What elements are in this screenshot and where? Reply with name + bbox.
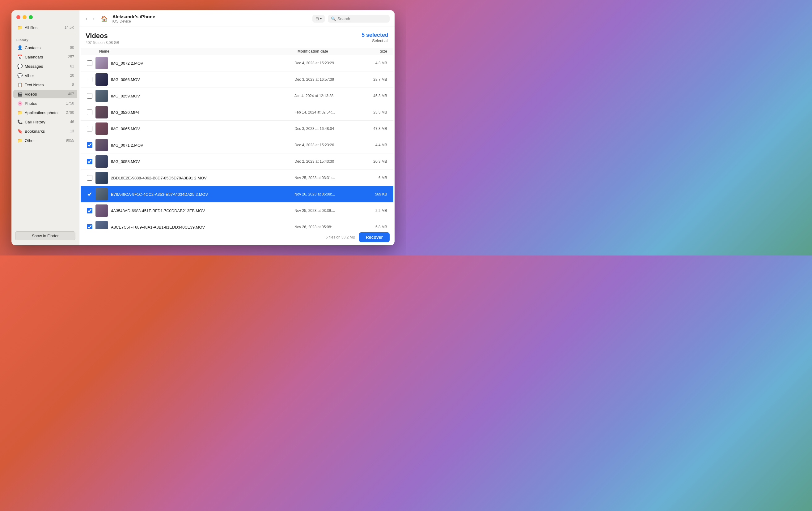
device-info: Aleksandr's iPhone iOS Device bbox=[113, 14, 309, 24]
app-window: 📁 All files 14,5K Library 👤 Contacts 80 … bbox=[11, 10, 395, 245]
row-date: Feb 14, 2024 at 02:54:... bbox=[294, 110, 356, 114]
page-subtitle: 407 files on 3,08 GB bbox=[86, 41, 119, 45]
table-row[interactable]: IMG_0259.MOV Jan 4, 2024 at 12:13:28 45,… bbox=[81, 88, 393, 104]
close-button[interactable] bbox=[17, 15, 20, 19]
row-checkbox[interactable] bbox=[87, 224, 92, 229]
main-content: ‹ › 🏠 Aleksandr's iPhone iOS Device ⊞ ▾ … bbox=[79, 10, 395, 245]
table-header: Name Modification date Size bbox=[81, 48, 393, 55]
row-size: 569 KB bbox=[359, 192, 387, 196]
row-checkbox[interactable] bbox=[87, 208, 92, 213]
traffic-lights bbox=[11, 10, 79, 23]
row-checkbox[interactable] bbox=[87, 93, 92, 99]
sidebar-label-viber: Viber bbox=[25, 73, 66, 78]
thumbnail bbox=[95, 139, 108, 151]
row-checkbox[interactable] bbox=[87, 109, 92, 115]
sidebar-item-bookmarks[interactable]: 🔖 Bookmarks 13 bbox=[13, 127, 77, 135]
table-row[interactable]: IMG_0065.MOV Dec 3, 2023 at 16:48:04 47,… bbox=[81, 120, 393, 137]
sidebar-item-messages[interactable]: 💬 Messages 61 bbox=[13, 62, 77, 71]
sidebar-count-applications-photo: 2780 bbox=[66, 110, 74, 115]
sidebar-item-all-files[interactable]: 📁 All files 14,5K bbox=[13, 23, 77, 32]
sidebar-item-applications-photo[interactable]: 📁 Applications photo 2780 bbox=[13, 108, 77, 117]
sidebar-item-text-notes[interactable]: 📋 Text Notes 8 bbox=[13, 80, 77, 89]
sidebar-count-messages: 61 bbox=[68, 64, 74, 69]
row-filename: IMG_0071 2.MOV bbox=[111, 143, 291, 147]
sidebar-count-viber: 20 bbox=[68, 73, 74, 78]
table-row[interactable]: IMG_0071 2.MOV Dec 4, 2023 at 15:23:26 4… bbox=[81, 137, 393, 154]
sidebar-item-viber[interactable]: 💬 Viber 20 bbox=[13, 71, 77, 80]
table-row[interactable]: IMG_0058.MOV Dec 2, 2023 at 15:43:30 20,… bbox=[81, 154, 393, 170]
other-icon: 📁 bbox=[17, 138, 23, 143]
content-title-block: Videos 407 files on 3,08 GB bbox=[86, 32, 119, 45]
minimize-button[interactable] bbox=[23, 15, 27, 19]
sidebar-item-other[interactable]: 📁 Other 9055 bbox=[13, 136, 77, 145]
files-summary: 5 files on 33,2 MB bbox=[326, 235, 355, 239]
row-filename: IMG_0066.MOV bbox=[111, 77, 291, 82]
text-notes-icon: 📋 bbox=[17, 82, 23, 87]
row-filename: IMG_0520.MP4 bbox=[111, 110, 291, 115]
sidebar-label-applications-photo: Applications photo bbox=[25, 110, 64, 115]
row-checkbox[interactable] bbox=[87, 60, 92, 66]
applications-photo-icon: 📁 bbox=[17, 110, 23, 115]
search-icon: 🔍 bbox=[331, 17, 336, 21]
viber-icon: 💬 bbox=[17, 73, 23, 78]
row-checkbox[interactable] bbox=[87, 175, 92, 181]
sidebar-label-calendars: Calendars bbox=[25, 55, 66, 59]
row-size: 5,8 MB bbox=[359, 225, 387, 229]
row-checkbox[interactable] bbox=[87, 126, 92, 131]
photos-icon: 🌸 bbox=[17, 101, 23, 106]
sidebar-item-contacts[interactable]: 👤 Contacts 80 bbox=[13, 43, 77, 52]
table-row[interactable]: IMG_0072 2.MOV Dec 4, 2023 at 15:23:29 4… bbox=[81, 55, 393, 72]
col-date-header: Modification date bbox=[297, 49, 359, 54]
sidebar-count-bookmarks: 13 bbox=[68, 129, 74, 133]
sidebar-count-videos: 407 bbox=[68, 92, 74, 96]
table-row[interactable]: B78A49CA-9F1C-4CC2-A353-E57A4034DA25 2.M… bbox=[81, 186, 393, 203]
row-filename: B78A49CA-9F1C-4CC2-A353-E57A4034DA25 2.M… bbox=[111, 192, 291, 197]
sidebar-item-videos[interactable]: 🎬 Videos 407 bbox=[13, 90, 77, 98]
row-date: Nov 26, 2023 at 05:08:... bbox=[294, 192, 356, 196]
show-in-finder-button[interactable]: Show in Finder bbox=[15, 232, 76, 240]
table-row[interactable]: IMG_0066.MOV Dec 3, 2023 at 16:57:39 28,… bbox=[81, 72, 393, 88]
row-date: Nov 25, 2023 at 03:39:... bbox=[294, 209, 356, 213]
thumbnail bbox=[95, 155, 108, 168]
sidebar-count-text-notes: 8 bbox=[68, 83, 74, 87]
thumbnail bbox=[95, 106, 108, 118]
sidebar-count-call-history: 46 bbox=[68, 120, 74, 124]
search-bar[interactable]: 🔍 bbox=[328, 15, 389, 23]
sidebar-label-text-notes: Text Notes bbox=[25, 83, 66, 87]
thumbnail bbox=[95, 90, 108, 102]
call-history-icon: 📞 bbox=[17, 119, 23, 125]
home-icon[interactable]: 🏠 bbox=[101, 16, 108, 22]
row-checkbox[interactable] bbox=[87, 159, 92, 164]
thumbnail bbox=[95, 73, 108, 86]
sidebar-item-photos[interactable]: 🌸 Photos 1750 bbox=[13, 99, 77, 108]
sidebar-item-calendars[interactable]: 📅 Calendars 257 bbox=[13, 53, 77, 61]
search-input[interactable] bbox=[338, 17, 381, 21]
row-checkbox[interactable] bbox=[87, 77, 92, 82]
sidebar-divider bbox=[15, 34, 76, 34]
messages-icon: 💬 bbox=[17, 63, 23, 69]
sidebar-count-contacts: 80 bbox=[68, 46, 74, 50]
maximize-button[interactable] bbox=[29, 15, 33, 19]
sidebar-label-photos: Photos bbox=[25, 101, 64, 106]
row-filename: 4A3548AD-6983-451F-BFD1-7C0DDAB213EB.MOV bbox=[111, 209, 291, 213]
select-all-link[interactable]: Select all bbox=[361, 38, 388, 43]
view-toggle-button[interactable]: ⊞ ▾ bbox=[312, 15, 325, 23]
recover-button[interactable]: Recover bbox=[359, 232, 389, 242]
row-filename: IMG_0072 2.MOV bbox=[111, 61, 291, 65]
grid-icon: ⊞ bbox=[316, 17, 319, 21]
forward-button[interactable]: › bbox=[91, 16, 95, 22]
table-row[interactable]: 2BD18E2E-9888-4062-B8D7-85D5D79A3B91 2.M… bbox=[81, 170, 393, 186]
file-table: Name Modification date Size IMG_0072 2.M… bbox=[79, 48, 395, 229]
back-button[interactable]: ‹ bbox=[84, 16, 88, 22]
sidebar-label-messages: Messages bbox=[25, 64, 66, 69]
sidebar-item-call-history[interactable]: 📞 Call History 46 bbox=[13, 117, 77, 126]
row-checkbox[interactable] bbox=[87, 191, 92, 197]
table-row[interactable]: 4A3548AD-6983-451F-BFD1-7C0DDAB213EB.MOV… bbox=[81, 203, 393, 219]
row-checkbox[interactable] bbox=[87, 142, 92, 148]
library-label: Library bbox=[11, 36, 79, 43]
table-row[interactable]: IMG_0520.MP4 Feb 14, 2024 at 02:54:... 2… bbox=[81, 104, 393, 120]
sidebar-count-other: 9055 bbox=[66, 138, 74, 142]
sidebar-item-count: 14,5K bbox=[65, 25, 74, 30]
table-row[interactable]: A8CE7C5F-F689-48A1-A3B1-81EDD340CE39.MOV… bbox=[81, 219, 393, 229]
row-date: Nov 25, 2023 at 03:31:... bbox=[294, 176, 356, 180]
